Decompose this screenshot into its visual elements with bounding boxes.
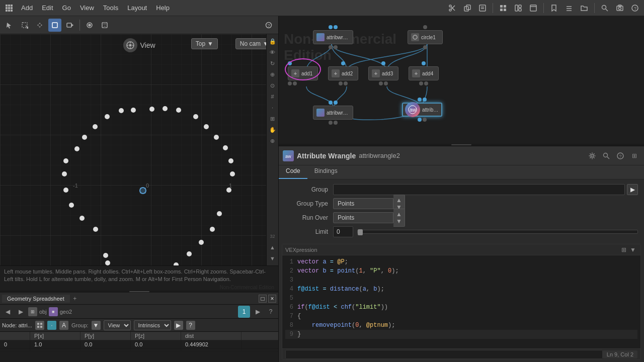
intrinsics-select[interactable]: Intrinsics [134,320,171,330]
menu-edit[interactable]: Edit [38,3,57,13]
row-py: 0.0 [80,340,131,348]
window-icon[interactable] [526,1,540,15]
svg-rect-25 [530,5,536,11]
rotate-btn[interactable]: ↻ [268,58,278,68]
grid-icon[interactable] [496,1,510,15]
svg-point-55 [119,108,124,113]
node-add2[interactable]: + add2 [328,61,358,85]
bookmark-icon[interactable] [547,1,561,15]
gear-btn[interactable] [587,150,598,161]
frame-num[interactable]: 1 [238,306,250,318]
scroll-down[interactable]: ▼ [268,253,278,263]
run-over-select[interactable]: Points [333,212,393,223]
expand-btn[interactable]: ⊞ [629,150,640,161]
grid-toggle[interactable]: # [268,92,278,102]
pan-btn[interactable]: ✋ [268,125,278,135]
svg-point-72 [187,251,192,256]
ss-node-icon[interactable]: ⊞ [28,307,37,316]
box-select-tool[interactable] [18,19,31,32]
measure-btn[interactable]: ⊞ [268,114,278,124]
node-add1[interactable]: + add1 [288,61,318,85]
node-circle1[interactable]: circle1 [408,25,443,49]
vex-code-editor[interactable]: 1 vector a = @P; 2 vector b = point(1, "… [282,255,640,348]
camera-move-tool[interactable] [63,19,76,32]
snap-btn[interactable]: ⊕ [268,69,278,79]
menu-add[interactable]: Add [17,3,37,13]
run-over-arrow[interactable]: ▲▼ [393,209,405,227]
tab-code[interactable]: Code [279,165,307,179]
search-icon[interactable] [598,1,612,15]
svg-point-76 [226,188,231,193]
menu-tools[interactable]: Tools [99,3,122,13]
output-port [379,81,383,85]
vex-menu-btn[interactable]: ▼ [628,245,637,254]
viewport-toolbar: ? [0,16,278,34]
close-panel-btn[interactable]: × [268,295,276,303]
scroll-up[interactable]: ▲ [268,242,278,252]
node-add4[interactable]: + add4 [409,61,439,85]
transform-tool[interactable] [33,19,46,32]
ss-help2-btn[interactable]: ? [186,321,195,330]
lock-btn[interactable]: 🔒 [268,36,278,46]
float-panel-btn[interactable]: □ [259,295,267,303]
group-arrow-btn[interactable]: ▶ [627,184,638,195]
node-icon-btn[interactable] [35,321,44,330]
zoom-btn[interactable]: ⊕ [268,136,278,146]
ss-help-btn[interactable]: ? [265,306,276,317]
add-tab-btn[interactable]: + [70,294,80,304]
top-view-label: Top [196,40,205,47]
search-panel-btn[interactable] [601,150,612,161]
node-add3[interactable]: + add3 [368,61,398,85]
question-panel-btn[interactable]: ? [615,150,626,161]
points-btn[interactable]: · [268,103,278,113]
ss-forward-btn[interactable]: ▶ [15,306,26,317]
menu-go[interactable]: Go [58,3,75,13]
select-tool[interactable] [3,19,16,32]
limit-slider[interactable] [357,230,638,234]
menu-layout[interactable]: Layout [123,3,151,13]
paste-icon[interactable] [475,1,490,15]
viewport-help[interactable]: ? [262,19,275,32]
folder-icon[interactable] [577,1,591,15]
port [341,61,345,65]
magnet-btn[interactable]: ⊙ [268,80,278,90]
box-tool[interactable] [48,19,61,32]
attrib-icon-btn[interactable]: A [59,321,68,330]
geometry-spreadsheet-tab[interactable]: Geometry Spreadsheet [2,295,70,303]
tab-bindings[interactable]: Bindings [307,165,345,179]
scissors-icon[interactable] [445,1,459,15]
svg-point-77 [230,171,235,176]
viewport[interactable]: -1 0 1 [0,34,278,265]
vex-command-input[interactable] [285,350,603,359]
question-icon[interactable]: ? [628,1,642,15]
list-icon[interactable] [562,1,576,15]
top-view-dropdown[interactable]: Top ▼ [191,38,218,49]
view-select[interactable]: View [104,320,131,330]
ss-back-btn[interactable]: ◀ [2,306,13,317]
menu-view[interactable]: View [76,3,98,13]
group-input[interactable] [333,184,625,195]
svg-rect-18 [500,5,503,8]
ss-play-btn[interactable]: ▶ [252,306,263,317]
camera-icon[interactable] [613,1,627,15]
port [418,98,422,102]
points-icon-btn[interactable]: · [47,321,56,330]
limit-input[interactable]: 0 [333,226,353,237]
eye-btn[interactable]: 👁 [268,47,278,57]
ss-geo-icon[interactable]: ■ [49,307,58,316]
vex-expand-btn[interactable]: ⊞ [619,245,628,254]
output-port [334,45,338,49]
copy-icon[interactable] [460,1,474,15]
node-attribwrangle1[interactable]: attribwrangle1 [313,101,353,125]
group-type-select[interactable]: Points [333,198,393,209]
play-btn[interactable]: ▶ [174,321,183,330]
group-filter-btn[interactable]: ▼ [92,321,101,330]
node-attribwrangle3[interactable]: attribwrangle3 [313,25,353,49]
layout-icon[interactable] [511,1,525,15]
render-btn[interactable] [83,19,96,32]
network-editor[interactable]: Non-CommercialEdition [279,16,644,144]
node-attribwrangle2[interactable]: aw attribwrangle2 [402,98,442,122]
menu-help[interactable]: Help [152,3,174,13]
save-btn[interactable] [98,19,111,32]
apps-icon[interactable] [2,1,16,15]
